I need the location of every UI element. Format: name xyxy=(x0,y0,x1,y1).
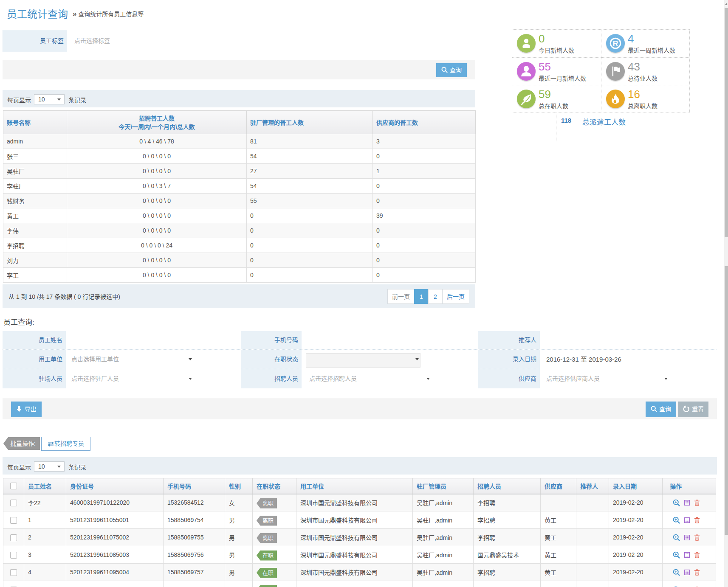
svg-text:R: R xyxy=(613,39,618,48)
